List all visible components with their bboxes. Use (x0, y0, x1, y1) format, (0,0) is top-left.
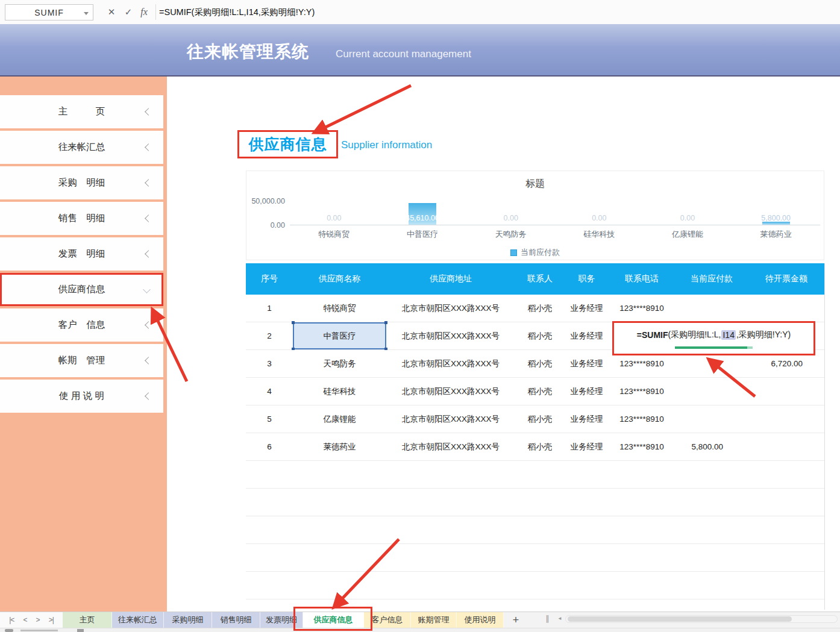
column-header: 序号 (246, 263, 293, 295)
sidebar-item-home[interactable]: 主 页 (0, 95, 163, 128)
column-header: 供应商地址 (386, 263, 515, 295)
column-header: 当前应付款 (675, 263, 748, 295)
formula-edit-text: =SUMIF(采购明细!L:L,I14,采购明细!Y:Y) (614, 323, 813, 347)
table-row: 5 亿康锂能 北京市朝阳区XXX路XXX号 稻小壳 业务经理 123****89… (246, 405, 824, 433)
bar-value-label: 0.00 (290, 214, 378, 222)
sidebar-item-payment-terms[interactable]: 帐期 管理 (0, 344, 163, 377)
tab-invoice-detail[interactable]: 发票明细 (260, 612, 303, 628)
scroll-left-icon[interactable]: ◄ (557, 616, 562, 621)
table-row: 4 硅华科技 北京市朝阳区XXX路XXX号 稻小壳 业务经理 123****89… (246, 378, 824, 405)
column-header: 待开票金额 (748, 263, 824, 295)
first-sheet-icon[interactable]: |< (9, 616, 14, 624)
tab-period-management[interactable]: 账期管理 (411, 612, 457, 628)
bar (762, 222, 790, 225)
annotation-arrow-title (316, 86, 411, 132)
formula-bar: SUMIF ✕ ✓ fx =SUMIF(采购明细!L:L,I14,采购明细!Y:… (0, 0, 840, 24)
y-axis-tick: 0.00 (246, 221, 285, 230)
chevron-left-icon (145, 392, 152, 400)
bar-value-label: 0.00 (555, 214, 644, 222)
category-axis: 特锐商贸 中普医疗 天鸣防务 硅华科技 亿康锂能 莱德药业 (290, 229, 820, 240)
table-header-row: 序号 供应商名称 供应商地址 联系人 职务 联系电话 当前应付款 待开票金额 (246, 263, 824, 295)
status-strip (0, 628, 840, 632)
sidebar-item-purchase-detail[interactable]: 采购 明细 (0, 166, 163, 199)
table-row: 6 莱德药业 北京市朝阳区XXX路XXX号 稻小壳 业务经理 123****89… (246, 433, 824, 461)
chevron-down-icon (84, 12, 89, 15)
column-header: 联系人 (515, 263, 565, 295)
tab-customer-info[interactable]: 客户信息 (364, 612, 411, 628)
chart-title: 标题 (246, 178, 824, 190)
chevron-left-icon (145, 143, 152, 151)
app-title: 往来帐管理系统 (187, 40, 309, 63)
grid-right-border (824, 263, 825, 610)
name-box-value: SUMIF (34, 8, 64, 17)
page-subtitle: Supplier information (341, 139, 432, 151)
tab-sales-detail[interactable]: 销售明细 (212, 612, 260, 628)
column-header: 联系电话 (609, 263, 675, 295)
chevron-left-icon (145, 357, 152, 364)
green-underline (675, 346, 747, 349)
add-sheet-button[interactable]: + (504, 612, 528, 628)
bar-value-label: 0.00 (644, 214, 732, 222)
cell-reference-highlight: I14 (721, 330, 735, 340)
x-axis-line (290, 225, 820, 225)
column-header: 职务 (565, 263, 609, 295)
formula-edit-cell[interactable]: =SUMIF(采购明细!L:L,I14,采购明细!Y:Y) (612, 321, 815, 355)
cancel-icon[interactable]: ✕ (104, 0, 119, 24)
sidebar-item-sales-detail[interactable]: 销售 明细 (0, 202, 163, 235)
selection-handle[interactable] (384, 321, 387, 324)
scrollbar-thumb[interactable] (568, 616, 792, 622)
formula-input[interactable]: =SUMIF(采购明细!L:L,I14,采购明细!Y:Y) (159, 0, 315, 24)
tab-scroll-divider[interactable]: ∥ (545, 614, 550, 623)
sidebar-item-customer-info[interactable]: 客户 信息 (0, 308, 163, 342)
empty-grid-rows (246, 461, 824, 600)
chart-legend: 当前应付款 (246, 247, 824, 258)
status-fragment (77, 629, 84, 632)
selected-cell[interactable]: 中普医疗 (293, 322, 386, 349)
green-underline-end (747, 346, 753, 349)
sidebar-item-invoice-detail[interactable]: 发票 明细 (0, 237, 163, 271)
tab-account-summary[interactable]: 往来帐汇总 (112, 612, 164, 628)
legend-swatch (510, 249, 517, 256)
sheet-nav: |< < > >| (0, 612, 63, 628)
next-sheet-icon[interactable]: > (36, 616, 40, 624)
bar-value-label: 0.00 (466, 214, 555, 222)
sidebar-item-supplier-info[interactable]: 供应商信息 (0, 273, 163, 306)
chevron-down-icon (143, 286, 151, 293)
status-fragment (20, 630, 58, 631)
column-header: 供应商名称 (293, 263, 386, 295)
tab-instructions[interactable]: 使用说明 (457, 612, 504, 628)
insert-function-icon[interactable]: fx (136, 0, 152, 24)
chevron-left-icon (145, 214, 152, 222)
chevron-left-icon (145, 321, 152, 329)
page-title: 供应商信息 (237, 130, 338, 158)
chart-plot: 0.00 45,610.00 0.00 0.00 0.00 5,800.00 (290, 201, 820, 225)
tab-purchase-detail[interactable]: 采购明细 (164, 612, 212, 628)
horizontal-scrollbar[interactable] (565, 615, 838, 623)
app-subtitle: Current account management (336, 48, 471, 60)
chevron-left-icon (145, 250, 152, 258)
chevron-left-icon (145, 108, 152, 116)
legend-label: 当前应付款 (521, 247, 560, 258)
status-fragment (5, 629, 13, 632)
last-sheet-icon[interactable]: >| (49, 616, 54, 624)
sidebar-item-instructions[interactable]: 使 用 说 明 (0, 380, 163, 413)
chevron-left-icon (145, 179, 152, 187)
app-banner: 往来帐管理系统 Current account management (0, 24, 840, 75)
cell-name-box[interactable]: SUMIF (5, 4, 93, 20)
bar-value-label: 45,610.00 (378, 214, 467, 222)
table-row: 1 特锐商贸 北京市朝阳区XXX路XXX号 稻小壳 业务经理 123****89… (246, 295, 824, 322)
enter-icon[interactable]: ✓ (121, 0, 136, 24)
divider (155, 4, 156, 20)
supplier-chart[interactable]: 标题 50,000.00 0.00 0.00 45,610.00 0.00 0.… (246, 171, 824, 260)
sidebar-item-account-summary[interactable]: 往来帐汇总 (0, 131, 163, 164)
spreadsheet-app: SUMIF ✕ ✓ fx =SUMIF(采购明细!L:L,I14,采购明细!Y:… (0, 0, 840, 632)
y-axis-tick: 50,000.00 (246, 197, 285, 205)
prev-sheet-icon[interactable]: < (23, 616, 27, 624)
selection-handle[interactable] (292, 321, 295, 324)
bar-value-label: 5,800.00 (732, 214, 820, 222)
sidebar: 主 页 往来帐汇总 采购 明细 销售 明细 发票 明细 供应商信息 客户 信息 (0, 77, 167, 612)
tab-home[interactable]: 主页 (63, 612, 112, 628)
tab-supplier-info[interactable]: 供应商信息 (303, 612, 364, 628)
